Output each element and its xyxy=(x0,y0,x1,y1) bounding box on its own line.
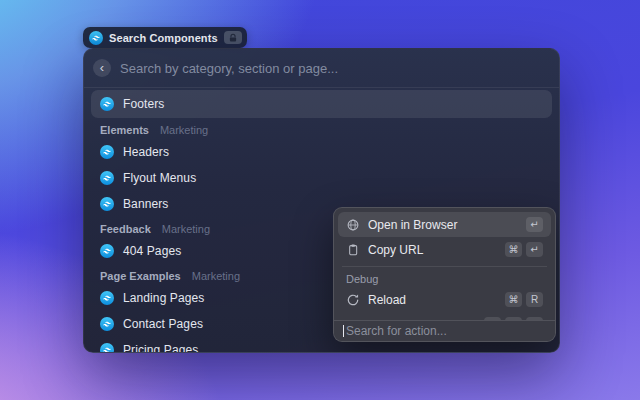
section-subtitle: Marketing xyxy=(160,124,208,136)
action-search-field[interactable]: Search for action... xyxy=(334,320,555,341)
shortcut-keys: ⌘ R xyxy=(505,292,543,307)
tailwind-logo-icon xyxy=(100,197,114,211)
tailwind-logo-icon xyxy=(100,171,114,185)
section-header-elements: Elements Marketing xyxy=(91,120,552,139)
command-palette-window: ‹ Footers Elements Marketing Headers Fly… xyxy=(83,48,560,353)
list-item-label: 404 Pages xyxy=(123,244,181,258)
list-item-label: Headers xyxy=(123,145,169,159)
list-item-label: Banners xyxy=(123,197,168,211)
section-title: Page Examples xyxy=(100,270,181,282)
action-item-reload[interactable]: Reload ⌘ R xyxy=(338,287,551,312)
hotkey-pill-label: Search Components xyxy=(109,32,218,44)
key-return: ↵ xyxy=(526,217,543,232)
list-item-footers[interactable]: Footers xyxy=(91,90,552,118)
section-title: Feedback xyxy=(100,223,151,235)
list-item-label: Contact Pages xyxy=(123,317,203,331)
tailwind-logo-icon xyxy=(100,291,114,305)
hotkey-pill[interactable]: Search Components xyxy=(83,27,247,48)
lock-icon xyxy=(224,31,242,44)
clipboard-icon xyxy=(346,243,360,257)
list-item-label: Flyout Menus xyxy=(123,171,196,185)
shortcut-keys: ⌘ ↵ xyxy=(505,242,543,257)
action-item-label: Copy URL xyxy=(368,243,497,257)
text-cursor xyxy=(343,325,344,337)
reload-icon xyxy=(346,293,360,307)
section-subtitle: Marketing xyxy=(192,270,240,282)
action-item-label: Open in Browser xyxy=(368,218,518,232)
tailwind-logo-icon xyxy=(100,343,114,353)
search-bar: ‹ xyxy=(84,49,559,87)
tailwind-logo-icon xyxy=(89,31,103,45)
key-command: ⌘ xyxy=(505,292,522,307)
list-item-flyout-menus[interactable]: Flyout Menus xyxy=(91,165,552,191)
action-item-open-in-browser[interactable]: Open in Browser ↵ xyxy=(338,212,551,237)
search-input[interactable] xyxy=(120,61,547,76)
key-return: ↵ xyxy=(526,242,543,257)
list-item-headers[interactable]: Headers xyxy=(91,139,552,165)
list-item-label: Landing Pages xyxy=(123,291,204,305)
list-item-label: Pricing Pages xyxy=(123,343,198,353)
tailwind-logo-icon xyxy=(100,145,114,159)
shortcut-keys: ↵ xyxy=(526,217,543,232)
tailwind-logo-icon xyxy=(100,317,114,331)
action-panel-rows: Open in Browser ↵ Copy URL ⌘ xyxy=(334,208,555,322)
desktop-background: Search Components ‹ Footers Elements Mar… xyxy=(0,0,640,400)
tailwind-logo-icon xyxy=(100,244,114,258)
key-r: R xyxy=(526,292,543,307)
section-title: Elements xyxy=(100,124,149,136)
chevron-left-icon: ‹ xyxy=(100,59,104,76)
globe-icon xyxy=(346,218,360,232)
back-button[interactable]: ‹ xyxy=(93,59,111,77)
divider xyxy=(342,266,547,267)
list-item-label: Footers xyxy=(123,97,164,111)
debug-section-header: Debug xyxy=(338,271,551,287)
action-panel: Open in Browser ↵ Copy URL ⌘ xyxy=(333,207,556,342)
key-command: ⌘ xyxy=(505,242,522,257)
action-item-copy-url[interactable]: Copy URL ⌘ ↵ xyxy=(338,237,551,262)
action-item-label: Reload xyxy=(368,293,497,307)
action-search-placeholder: Search for action... xyxy=(346,324,447,338)
tailwind-logo-icon xyxy=(100,97,114,111)
section-subtitle: Marketing xyxy=(162,223,210,235)
